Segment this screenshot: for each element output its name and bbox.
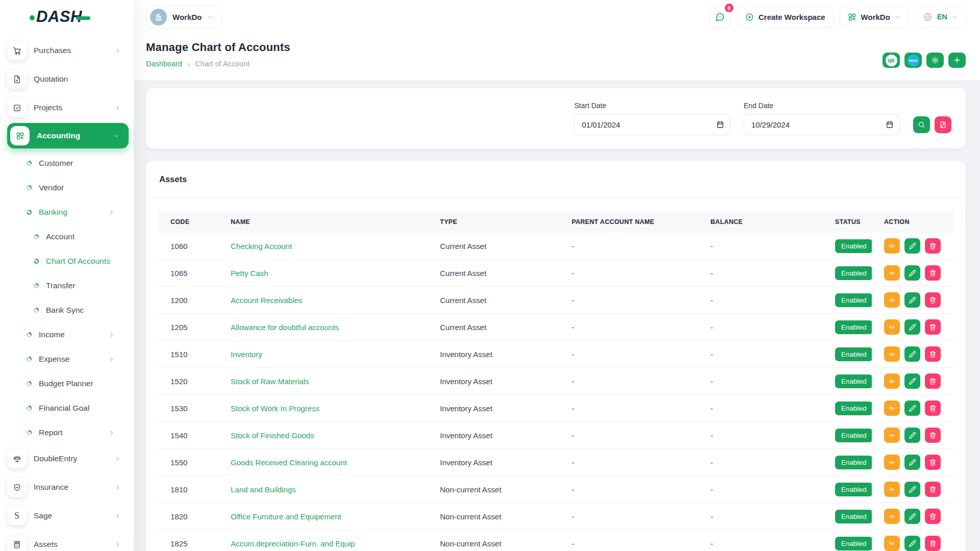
edit-button[interactable] <box>904 265 920 281</box>
delete-button[interactable] <box>925 400 941 416</box>
activity-button[interactable] <box>884 319 900 335</box>
activity-button[interactable] <box>884 455 900 470</box>
sidebar-item-label: Chart Of Accounts <box>46 257 110 266</box>
status-badge[interactable]: Enabled <box>835 347 872 361</box>
language-selector[interactable]: EN <box>915 6 966 28</box>
account-name-link[interactable]: Stock of Finished Goods <box>231 431 314 440</box>
delete-button[interactable] <box>925 373 941 389</box>
delete-button[interactable] <box>925 482 941 497</box>
sidebar-item-transfer[interactable]: Transfer <box>7 273 134 298</box>
sidebar-item-account[interactable]: Account <box>7 224 134 249</box>
edit-button[interactable] <box>904 455 920 470</box>
status-badge[interactable]: Enabled <box>835 402 872 415</box>
sidebar-item-purchases[interactable]: Purchases <box>7 37 134 64</box>
delete-button[interactable] <box>925 509 941 524</box>
table-row: 1065Petty CashCurrent Asset--Enabled <box>158 260 953 287</box>
delete-button[interactable] <box>925 292 941 308</box>
delete-button[interactable] <box>925 238 941 254</box>
workspace-selector[interactable]: WorkDo <box>146 5 222 29</box>
account-name-link[interactable]: Land and Buildings <box>231 485 296 494</box>
account-name-link[interactable]: Office Furniture and Equipement <box>231 512 341 521</box>
sidebar-item-accounting[interactable]: Accounting <box>7 123 129 148</box>
sidebar-item-insurance[interactable]: Insurance <box>7 473 134 501</box>
sidebar-item-expense[interactable]: Expense <box>7 347 134 371</box>
delete-button[interactable] <box>925 536 941 551</box>
activity-button[interactable] <box>884 373 900 389</box>
account-name-link[interactable]: Goods Received Clearing account <box>231 458 347 467</box>
account-name-link[interactable]: Stock of Work In Progress <box>231 404 320 413</box>
edit-button[interactable] <box>904 373 920 389</box>
status-badge[interactable]: Enabled <box>835 320 872 334</box>
sidebar-item-financial-goal[interactable]: Financial Goal <box>7 396 134 420</box>
edit-button[interactable] <box>904 346 920 362</box>
activity-button[interactable] <box>884 265 900 281</box>
activity-button[interactable] <box>884 536 900 551</box>
delete-button[interactable] <box>925 265 941 281</box>
activity-button[interactable] <box>884 509 900 524</box>
status-badge[interactable]: Enabled <box>835 239 872 253</box>
sidebar-item-vendor[interactable]: Vendor <box>7 176 134 200</box>
sidebar-item-bank-sync[interactable]: Bank Sync <box>7 298 134 322</box>
sidebar-item-income[interactable]: Income <box>7 322 134 347</box>
activity-button[interactable] <box>884 346 900 362</box>
reset-filter-button[interactable] <box>935 116 951 133</box>
activity-button[interactable] <box>884 428 900 443</box>
xero-button[interactable]: xero <box>904 53 922 68</box>
activity-button[interactable] <box>884 238 900 254</box>
delete-button[interactable] <box>925 346 941 362</box>
workdo-menu-button[interactable]: WorkDo <box>840 6 909 28</box>
account-name-link[interactable]: Inventory <box>231 350 262 359</box>
status-badge[interactable]: Enabled <box>835 537 872 550</box>
activity-button[interactable] <box>884 292 900 308</box>
status-badge[interactable]: Enabled <box>835 483 872 496</box>
edit-button[interactable] <box>904 238 920 254</box>
start-date-input[interactable] <box>574 114 730 135</box>
account-name-link[interactable]: Petty Cash <box>231 269 268 278</box>
sidebar-item-chart-of-accounts[interactable]: Chart Of Accounts <box>7 249 134 273</box>
delete-button[interactable] <box>925 319 941 335</box>
logo[interactable]: DASH <box>0 0 134 34</box>
sidebar-item-budget-planner[interactable]: Budget Planner <box>7 371 134 396</box>
edit-button[interactable] <box>904 292 920 308</box>
status-badge[interactable]: Enabled <box>835 293 872 307</box>
delete-button[interactable] <box>925 428 941 443</box>
edit-button[interactable] <box>904 400 920 416</box>
status-badge[interactable]: Enabled <box>835 510 872 523</box>
sidebar-item-sage[interactable]: SSage <box>7 502 134 530</box>
account-name-link[interactable]: Accum.depreciation-Furn. and Equip <box>231 539 355 548</box>
sidebar: DASH PurchasesQuotationProjectsAccountin… <box>0 0 134 551</box>
sidebar-item-banking[interactable]: Banking <box>7 200 134 224</box>
activity-button[interactable] <box>884 482 900 497</box>
account-name-link[interactable]: Account Receivables <box>231 296 302 305</box>
sidebar-item-customer[interactable]: Customer <box>7 151 134 176</box>
status-badge[interactable]: Enabled <box>835 374 872 388</box>
status-badge[interactable]: Enabled <box>835 266 872 280</box>
chevron-right-icon <box>115 105 120 111</box>
breadcrumb-dashboard-link[interactable]: Dashboard <box>146 60 182 68</box>
sidebar-item-assets[interactable]: Assets <box>7 531 134 551</box>
sidebar-item-doubleentry[interactable]: DoubleEntry <box>7 445 134 472</box>
status-badge[interactable]: Enabled <box>835 429 872 442</box>
col-status: STATUS <box>823 211 872 233</box>
sidebar-item-projects[interactable]: Projects <box>7 94 134 121</box>
quickbooks-button[interactable]: qb <box>883 53 900 68</box>
edit-button[interactable] <box>904 536 920 551</box>
sidebar-item-report[interactable]: Report <box>7 420 134 445</box>
edit-button[interactable] <box>904 509 920 524</box>
edit-button[interactable] <box>904 482 920 497</box>
delete-button[interactable] <box>925 455 941 470</box>
status-badge[interactable]: Enabled <box>835 456 872 469</box>
account-name-link[interactable]: Allowance for doubtful accounts <box>231 323 339 332</box>
account-name-link[interactable]: Checking Account <box>231 242 292 251</box>
edit-button[interactable] <box>904 428 920 443</box>
end-date-input[interactable] <box>744 114 900 135</box>
create-workspace-button[interactable]: Create Workspace <box>737 6 834 28</box>
edit-button[interactable] <box>904 319 920 335</box>
add-account-button[interactable] <box>948 53 966 68</box>
search-button[interactable] <box>913 116 930 133</box>
account-name-link[interactable]: Stock of Raw Materials <box>231 377 309 386</box>
messages-button[interactable]: 0 <box>709 6 731 28</box>
sidebar-item-quotation[interactable]: Quotation <box>7 65 134 93</box>
activity-button[interactable] <box>884 400 900 416</box>
settings-button[interactable] <box>926 53 944 68</box>
